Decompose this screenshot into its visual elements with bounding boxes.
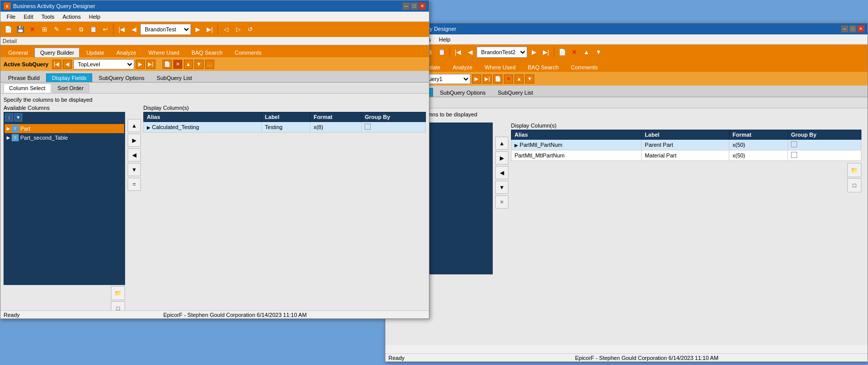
w2-nav-next[interactable]: ▶ xyxy=(528,47,539,58)
w1-sq-nav1[interactable]: |◀ xyxy=(52,60,61,69)
w1-sq-extra[interactable]: … xyxy=(205,60,214,69)
w1-sq-delete[interactable]: ✕ xyxy=(173,60,182,69)
w1-tab-analyze[interactable]: Analyze xyxy=(111,48,142,57)
w1-nav-prev[interactable]: ◀ xyxy=(128,24,139,35)
window2-maximize-button[interactable]: □ xyxy=(849,25,856,32)
list-item[interactable]: ▶ T Part xyxy=(5,124,124,133)
w1-innertab-subquerylist[interactable]: SubQuery List xyxy=(151,73,198,82)
tree-toggle-part2[interactable]: ▶ xyxy=(7,135,10,140)
w2-sq-nav4[interactable]: ▶| xyxy=(483,74,492,84)
w1-sq-down[interactable]: ▼ xyxy=(194,60,204,69)
w1-tb-paste[interactable]: 📋 xyxy=(88,24,99,35)
w1-tab-querybuilder[interactable]: Query Builder xyxy=(34,48,80,57)
window1-menu-file[interactable]: File xyxy=(3,13,20,21)
window1-menu-help[interactable]: Help xyxy=(85,13,104,21)
w1-avail-menu[interactable]: ▼ xyxy=(14,113,22,121)
w2-nav-prev[interactable]: ◀ xyxy=(464,47,476,58)
w2-sq-down[interactable]: ▼ xyxy=(525,74,534,84)
w1-sq-nav2[interactable]: ◀ xyxy=(63,60,72,69)
w1-tb-new[interactable]: 📄 xyxy=(3,24,14,35)
w1-tab-update[interactable]: Update xyxy=(81,48,109,57)
window2-minimize-button[interactable]: ─ xyxy=(841,25,848,32)
w1-subquery-dropdown[interactable]: TopLevel xyxy=(73,59,134,69)
w1-tab-whereused[interactable]: Where Used xyxy=(143,48,185,57)
window1-close-button[interactable]: ✕ xyxy=(419,3,426,10)
w1-transfer-down[interactable]: ▼ xyxy=(128,163,141,176)
w2-row2-groupby-cb[interactable] xyxy=(791,152,797,158)
window1-menu-actions[interactable]: Actions xyxy=(58,13,85,21)
w2-innertab-subqueryoptions[interactable]: SubQuery Options xyxy=(434,88,491,97)
table-row[interactable]: ▶ Calculated_Testing Testing x(8) xyxy=(144,122,426,133)
w1-tb-edit[interactable]: ✎ xyxy=(51,24,62,35)
w1-avail-sort[interactable]: ↕ xyxy=(5,113,13,121)
w1-tb-btn4[interactable]: ⊞ xyxy=(39,24,50,35)
w1-coltab-sortorder[interactable]: Sort Order xyxy=(52,84,89,93)
w1-sq-nav4[interactable]: ▶| xyxy=(146,60,155,69)
list-item[interactable]: ▶ T Part_second_Table xyxy=(5,133,124,142)
w1-coltab-columnselect[interactable]: Column Select xyxy=(4,84,51,93)
w2-tab-comments[interactable]: Comments xyxy=(565,62,603,72)
w2-transfer-right[interactable]: ▶ xyxy=(495,151,508,165)
w2-sq-nav3[interactable]: ▶ xyxy=(472,74,481,84)
w2-tb-up[interactable]: ▲ xyxy=(581,47,592,58)
w1-innertab-subqueryoptions[interactable]: SubQuery Options xyxy=(93,73,150,82)
w1-row1-groupby-cb[interactable] xyxy=(365,124,371,130)
w1-transfer-calc[interactable]: = xyxy=(128,178,141,191)
w1-tb-refresh[interactable]: ↺ xyxy=(245,24,256,35)
w2-transfer-calc[interactable]: = xyxy=(495,195,508,209)
w2-sq-up[interactable]: ▲ xyxy=(515,74,524,84)
w1-nav-last[interactable]: ▶| xyxy=(204,24,215,35)
w2-row1-groupby-cb[interactable] xyxy=(791,141,797,147)
w2-tab-baqsearch[interactable]: BAQ Search xyxy=(522,62,564,72)
window1-maximize-button[interactable]: □ xyxy=(411,3,418,10)
window1-menu-tools[interactable]: Tools xyxy=(37,13,59,21)
w2-transfer-left[interactable]: ◀ xyxy=(495,166,508,179)
w2-innertab-subquerylist[interactable]: SubQuery List xyxy=(492,88,539,97)
window1-minimize-button[interactable]: ─ xyxy=(403,3,410,10)
w2-clear-btn[interactable]: □ xyxy=(847,178,861,192)
w1-sq-new[interactable]: 📄 xyxy=(163,60,172,69)
table-row[interactable]: ▶ PartMtl_PartNum Parent Part x(50) xyxy=(511,140,861,150)
w1-sq-up[interactable]: ▲ xyxy=(184,60,193,69)
w1-folder-btn[interactable]: 📁 xyxy=(111,286,125,300)
w2-tb-btn5[interactable]: 📋 xyxy=(436,47,447,58)
w1-query-dropdown[interactable]: BrandonTest xyxy=(140,24,191,35)
w2-tab-analyze[interactable]: Analyze xyxy=(447,62,478,72)
window2-close-button[interactable]: ✕ xyxy=(857,25,864,32)
w1-tb-cut[interactable]: ✂ xyxy=(63,24,74,35)
w1-nav-first[interactable]: |◀ xyxy=(116,24,127,35)
w2-nav-first[interactable]: |◀ xyxy=(452,47,463,58)
w1-tb-undo[interactable]: ↩ xyxy=(100,24,111,35)
w2-transfer-down[interactable]: ▼ xyxy=(495,181,508,194)
w1-tb-save[interactable]: 💾 xyxy=(15,24,26,35)
w1-sq-nav3[interactable]: ▶ xyxy=(136,60,145,69)
w1-tb-forward[interactable]: ▷ xyxy=(232,24,244,35)
w2-sq-delete[interactable]: ✕ xyxy=(504,74,513,84)
window1-content: Specify the columns to be displayed Avai… xyxy=(1,94,429,318)
w2-nav-last[interactable]: ▶| xyxy=(540,47,551,58)
w2-tb-new[interactable]: 📄 xyxy=(557,47,568,58)
w2-tb-delete[interactable]: ✕ xyxy=(569,47,580,58)
table-row[interactable]: PartMtl_MtlPartNum Material Part x(50) xyxy=(511,150,861,161)
w1-transfer-left[interactable]: ◀ xyxy=(128,148,141,161)
w1-tb-delete[interactable]: ✕ xyxy=(27,24,38,35)
w2-tab-whereused[interactable]: Where Used xyxy=(479,62,521,72)
w2-sq-new[interactable]: 📄 xyxy=(493,74,502,84)
w1-transfer-up[interactable]: ▲ xyxy=(128,119,141,132)
w1-transfer-right[interactable]: ▶ xyxy=(128,134,141,147)
w2-tb-down[interactable]: ▼ xyxy=(593,47,604,58)
w1-tb-back[interactable]: ◁ xyxy=(220,24,231,35)
w1-innertab-displayfields[interactable]: Display Fields xyxy=(46,73,92,82)
w1-tab-general[interactable]: General xyxy=(3,48,33,57)
window1-menu-edit[interactable]: Edit xyxy=(20,13,37,21)
w1-tab-baqsearch[interactable]: BAQ Search xyxy=(186,48,228,57)
w1-innertab-phrasebuild[interactable]: Phrase Build xyxy=(3,73,45,82)
w2-transfer-up[interactable]: ▲ xyxy=(495,137,508,150)
window2-menu-help[interactable]: Help xyxy=(435,35,455,44)
w1-tb-copy[interactable]: ⧉ xyxy=(75,24,87,35)
tree-toggle-part[interactable]: ▶ xyxy=(7,126,10,131)
w2-query-dropdown[interactable]: BrandonTest2 xyxy=(477,47,527,58)
w1-tab-comments[interactable]: Comments xyxy=(229,48,267,57)
w1-nav-next[interactable]: ▶ xyxy=(192,24,203,35)
w2-folder-btn[interactable]: 📁 xyxy=(847,163,861,177)
